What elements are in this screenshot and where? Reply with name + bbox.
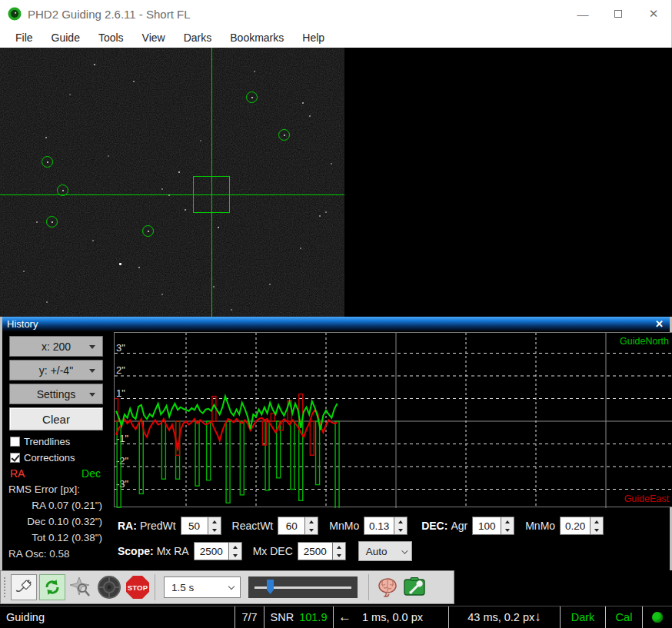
menu-bar: FileGuideToolsViewDarksBookmarksHelp bbox=[0, 28, 672, 48]
auto-select-star-button[interactable] bbox=[68, 574, 94, 600]
spin-down-icon[interactable] bbox=[208, 526, 221, 534]
x-scale-dropdown[interactable]: x: 200 bbox=[9, 336, 103, 357]
predwt-spinner-input[interactable] bbox=[181, 517, 208, 535]
dec-mnmo-spinner[interactable] bbox=[560, 517, 604, 535]
minimize-button[interactable]: — bbox=[565, 0, 600, 28]
predwt-spinner[interactable] bbox=[181, 517, 221, 535]
max-ra-spinner-arrows[interactable] bbox=[229, 542, 242, 560]
detected-star-circle-icon[interactable] bbox=[42, 156, 53, 168]
rms-dec-value: Dec 0.10 (0.32") bbox=[7, 516, 102, 527]
menu-item-guide[interactable]: Guide bbox=[42, 29, 89, 46]
star bbox=[138, 267, 140, 268]
checkbox-icon[interactable] bbox=[10, 437, 20, 447]
close-button[interactable]: ✕ bbox=[636, 0, 671, 28]
spin-up-icon[interactable] bbox=[590, 517, 603, 526]
y-scale-dropdown[interactable]: y: +/-4" bbox=[9, 360, 103, 380]
reactwt-spinner-arrows[interactable] bbox=[305, 517, 318, 535]
ra-mnmo-spinner[interactable] bbox=[364, 517, 408, 535]
reactwt-spinner[interactable] bbox=[278, 517, 318, 535]
menu-item-tools[interactable]: Tools bbox=[89, 29, 133, 46]
dec-mode-select[interactable]: Auto bbox=[358, 541, 412, 561]
dec-agr-spinner-arrows[interactable] bbox=[501, 517, 514, 535]
rms-tot-value: Tot 0.12 (0.38") bbox=[7, 532, 102, 543]
stretch-slider[interactable] bbox=[248, 576, 358, 598]
toolbar-grip-handle[interactable] bbox=[2, 574, 8, 600]
loop-arrows-icon bbox=[42, 577, 62, 597]
menu-item-help[interactable]: Help bbox=[293, 29, 334, 46]
ra-mnmo-spinner-input[interactable] bbox=[364, 517, 394, 535]
exposure-duration-select[interactable]: 1.5 s bbox=[164, 576, 241, 598]
starfield-image[interactable] bbox=[0, 48, 344, 317]
max-dec-spinner-arrows[interactable] bbox=[333, 542, 346, 560]
camera-settings-button[interactable] bbox=[402, 574, 427, 600]
chevron-down-icon bbox=[89, 393, 95, 397]
svg-text:3": 3" bbox=[116, 342, 125, 354]
star bbox=[148, 231, 149, 232]
detected-star-circle-icon[interactable] bbox=[57, 184, 68, 196]
spin-down-icon[interactable] bbox=[229, 551, 241, 560]
checkbox-icon[interactable] bbox=[10, 453, 20, 463]
settings-dropdown[interactable]: Settings bbox=[9, 384, 103, 404]
detected-star-circle-icon[interactable] bbox=[46, 216, 58, 228]
dec-agr-spinner[interactable] bbox=[472, 517, 514, 535]
detected-star-circle-icon[interactable] bbox=[278, 129, 290, 141]
status-connection bbox=[642, 606, 672, 628]
menu-item-view[interactable]: View bbox=[133, 29, 175, 46]
ra-pulse-text: 1 ms, 0.0 px bbox=[362, 611, 423, 623]
star bbox=[218, 227, 219, 228]
star bbox=[200, 140, 201, 141]
loop-exposures-button[interactable] bbox=[39, 574, 65, 600]
spin-up-icon[interactable] bbox=[229, 543, 241, 551]
maximize-button[interactable] bbox=[600, 0, 636, 28]
reactwt-spinner-input[interactable] bbox=[278, 517, 305, 535]
menu-item-file[interactable]: File bbox=[6, 29, 42, 46]
dec-agr-spinner-input[interactable] bbox=[472, 517, 501, 535]
max-dec-spinner-input[interactable] bbox=[298, 542, 333, 560]
max-ra-spinner-input[interactable] bbox=[194, 542, 229, 560]
svg-text:-2": -2" bbox=[116, 455, 129, 467]
spin-down-icon[interactable] bbox=[501, 526, 514, 534]
spin-down-icon[interactable] bbox=[590, 526, 603, 534]
spin-down-icon[interactable] bbox=[394, 526, 407, 534]
status-dark-indicator: Dark bbox=[560, 606, 605, 628]
predwt-spinner-arrows[interactable] bbox=[208, 517, 221, 535]
spin-up-icon[interactable] bbox=[305, 517, 318, 526]
clear-button[interactable]: Clear bbox=[9, 407, 103, 430]
dec-mnmo-spinner-arrows[interactable] bbox=[590, 517, 604, 535]
status-snr: SNR 101.9 bbox=[264, 606, 333, 628]
spin-down-icon[interactable] bbox=[305, 526, 318, 534]
usb-plug-icon bbox=[14, 577, 34, 597]
spin-down-icon[interactable] bbox=[333, 551, 345, 560]
star bbox=[213, 286, 215, 287]
history-titlebar[interactable]: History ✕ bbox=[2, 317, 670, 331]
star bbox=[52, 221, 53, 223]
menu-item-darks[interactable]: Darks bbox=[175, 29, 221, 46]
menu-item-bookmarks[interactable]: Bookmarks bbox=[221, 29, 293, 46]
spin-up-icon[interactable] bbox=[333, 543, 345, 551]
history-close-icon[interactable]: ✕ bbox=[655, 318, 664, 330]
brain-icon bbox=[377, 576, 398, 598]
spin-up-icon[interactable] bbox=[208, 517, 221, 526]
svg-text:-1": -1" bbox=[116, 433, 129, 444]
ra-mnmo-spinner-arrows[interactable] bbox=[394, 517, 408, 535]
slider-thumb[interactable] bbox=[267, 580, 274, 594]
spin-up-icon[interactable] bbox=[501, 517, 514, 526]
svg-text:1": 1" bbox=[116, 387, 125, 399]
dec-mnmo-spinner-input[interactable] bbox=[560, 517, 590, 535]
spin-up-icon[interactable] bbox=[394, 517, 407, 526]
advanced-settings-button[interactable] bbox=[375, 574, 400, 600]
trendlines-checkbox[interactable]: Trendlines bbox=[10, 435, 70, 447]
corrections-checkbox[interactable]: Corrections bbox=[10, 451, 75, 464]
lock-position-box bbox=[193, 176, 230, 213]
star bbox=[319, 215, 321, 217]
chevron-down-icon bbox=[89, 369, 95, 373]
toolbar-separator bbox=[368, 574, 369, 600]
start-guiding-button[interactable] bbox=[96, 574, 122, 600]
stop-sign-icon: STOP bbox=[126, 576, 149, 599]
detected-star-circle-icon[interactable] bbox=[142, 225, 154, 237]
connect-equipment-button[interactable] bbox=[11, 574, 37, 600]
stop-button[interactable]: STOP bbox=[125, 574, 151, 600]
max-dec-spinner[interactable] bbox=[298, 542, 346, 560]
detected-star-circle-icon[interactable] bbox=[246, 91, 258, 103]
max-ra-spinner[interactable] bbox=[194, 542, 242, 560]
